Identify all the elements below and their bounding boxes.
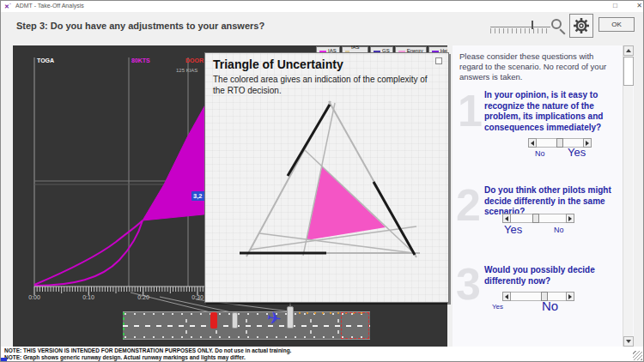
magnifier-icon-handle: [559, 28, 565, 34]
question-1-number: 1: [458, 85, 483, 136]
question-3-slider[interactable]: [502, 292, 574, 301]
slider-right-arrow[interactable]: [566, 214, 574, 223]
corner-mark: [1, 358, 7, 362]
runway-end-zone: [341, 312, 369, 339]
x-tick-2: 0:20: [133, 294, 154, 300]
x-tick-0: 0:00: [24, 294, 45, 300]
runway-diagram: [123, 311, 370, 340]
x-tick-1: 0:10: [78, 294, 99, 300]
runway-edge-lights-bottom: [125, 336, 368, 338]
airplane-icon: ✈: [265, 307, 283, 329]
zoom-slider[interactable]: [490, 27, 550, 27]
zoom-slider-ticks: [490, 28, 550, 33]
event-label-toga: TOGA: [37, 57, 54, 63]
runway-centerline: [123, 325, 370, 327]
close-button[interactable]: ✕: [634, 1, 644, 11]
ok-button[interactable]: OK: [598, 17, 635, 32]
scroll-up-button[interactable]: [623, 45, 634, 56]
question-2-text: Do you think other pilots might decide d…: [484, 185, 623, 218]
question-3-text: Would you possibly decide differently no…: [484, 265, 623, 287]
triangle-of-uncertainty-dialog[interactable]: Triangle of Uncertainty The colored area…: [204, 52, 449, 303]
app-window: ✕˙ ADMT - Take-Off Analysis □ ✕ Step 3: …: [0, 0, 644, 362]
scroll-down-button[interactable]: [623, 336, 634, 347]
question-2-number: 2: [456, 179, 481, 231]
question-3-left-label: Yes: [492, 303, 503, 311]
zoom-slider-thumb[interactable]: [532, 21, 533, 29]
runway-marker-gray-1: [232, 312, 238, 329]
runway-marker-red: [210, 312, 217, 329]
question-1-right-label: Yes: [568, 146, 586, 159]
slider-right-arrow[interactable]: [566, 292, 574, 301]
question-2-left-label: Yes: [504, 223, 522, 236]
footer-notes: NOTE: THIS VERSION IS INTENDED FOR DEMON…: [1, 347, 644, 362]
question-2-slider[interactable]: [502, 214, 574, 223]
window-title: ADMT - Take-Off Analysis: [15, 3, 84, 9]
note-demo: NOTE: THIS VERSION IS INTENDED FOR DEMON…: [4, 347, 291, 353]
maximize-button[interactable]: □: [610, 1, 621, 11]
question-1-text: In your opinion, is it easy to recognize…: [484, 90, 623, 133]
settings-button[interactable]: [569, 14, 593, 38]
slider-thumb[interactable]: [532, 214, 539, 223]
event-sublabel-kias: 125 KIAS: [176, 68, 197, 73]
uncertainty-triangle-graphic: [205, 53, 450, 304]
gear-icon: [573, 17, 590, 34]
slider-left-arrow[interactable]: [502, 292, 511, 301]
question-2-right-label: No: [554, 226, 564, 234]
note-runway: NOTE: Graph shows generic runway design.…: [4, 354, 246, 360]
questions-intro: Please consider these questions with reg…: [459, 51, 617, 82]
app-icon: ✕˙: [4, 3, 12, 10]
event-label-80kts: 80KTS: [131, 57, 150, 63]
panel-scrollbar[interactable]: [623, 45, 633, 347]
questions-panel: Please consider these questions with reg…: [453, 45, 634, 347]
runway-marker-gray-2: [287, 306, 294, 329]
scrollbar-thumb[interactable]: [623, 57, 634, 86]
runway-threshold-lights: [123, 312, 125, 339]
event-label-door: DOOR: [185, 57, 204, 63]
question-3-right-label: No: [542, 299, 558, 313]
slider-left-arrow[interactable]: [528, 138, 537, 148]
slider-left-arrow[interactable]: [502, 214, 511, 223]
question-1-left-label: No: [535, 149, 545, 158]
step-title: Step 3: Do you have any adjustments to y…: [16, 21, 264, 31]
title-bar: ✕˙ ADMT - Take-Off Analysis □ ✕: [1, 1, 644, 12]
slider-thumb[interactable]: [556, 138, 563, 148]
question-3-number: 3: [456, 258, 481, 310]
resize-grip[interactable]: [633, 351, 642, 360]
